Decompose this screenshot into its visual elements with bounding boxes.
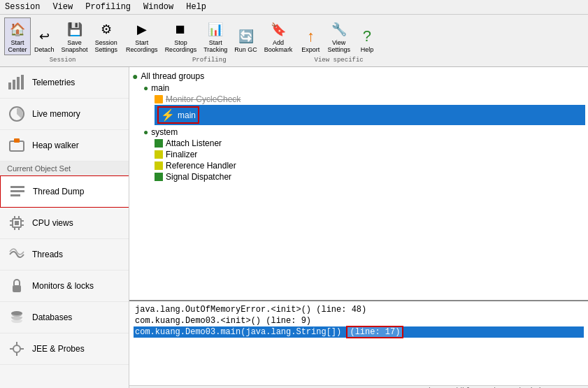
tree-item-signal-dispatcher[interactable]: Signal Dispatcher: [155, 171, 585, 182]
sq-signal: [155, 173, 163, 181]
svg-rect-3: [21, 75, 24, 89]
menu-window[interactable]: Window: [141, 1, 175, 13]
sidebar-label-threads: Threads: [32, 250, 63, 259]
add-bookmark-button[interactable]: 🔖 Add Bookmark: [261, 17, 296, 55]
menu-view[interactable]: View: [50, 1, 75, 13]
sidebar-label-jee-probes: JEE & Probes: [32, 344, 85, 354]
session-group: 🏠 Start Center ↩ Detach 💾 Save Snapshot …: [4, 17, 121, 64]
detach-button[interactable]: ↩ Detach: [31, 24, 58, 55]
stop-recordings-icon: ⏹: [171, 20, 190, 39]
sidebar-item-telemetries[interactable]: Telemetries: [0, 67, 129, 99]
sidebar-label-thread-dump: Thread Dump: [33, 187, 84, 196]
code-line-1[interactable]: java.lang.OutOfMemoryError.<init>() (lin…: [134, 304, 584, 315]
start-tracking-icon: 📊: [206, 20, 225, 39]
add-bookmark-icon: 🔖: [268, 20, 288, 39]
lightning-icon: ⚡: [161, 108, 175, 122]
sq-reference: [155, 161, 163, 170]
start-recordings-icon: ▶: [132, 20, 152, 39]
dot-monitor-cycle: [155, 95, 163, 103]
svg-rect-2: [17, 77, 20, 89]
menu-bar: Session View Profiling Window Help: [0, 0, 588, 15]
save-snapshot-button[interactable]: 💾 Save Snapshot: [58, 17, 92, 55]
threads-icon: [7, 245, 27, 264]
run-gc-icon: 🔄: [236, 27, 256, 46]
sq-attach: [155, 139, 163, 148]
folder-icon-all: ●: [132, 71, 138, 82]
view-specific-group-label: View specific: [297, 55, 380, 64]
cpu-views-icon: [7, 213, 27, 233]
folder-icon-main-group: ●: [143, 83, 148, 93]
profiling-group: ▶ Start Recordings ⏹ Stop Recordings 📊 S…: [122, 17, 296, 64]
svg-rect-0: [8, 82, 11, 89]
thread-dump-icon: [8, 182, 27, 201]
statusbar: https://blog.csdn.net/weixin_41270824: [129, 385, 588, 388]
databases-icon: [7, 308, 27, 327]
session-group-label: Session: [4, 55, 121, 64]
sidebar-label-cpu-views: CPU views: [32, 218, 73, 228]
tree-label-monitor-cycle: Monitor CycleCheck: [166, 94, 241, 104]
tree-label: All thread groups: [141, 71, 204, 81]
menu-session[interactable]: Session: [3, 1, 42, 13]
tree-item-system-group[interactable]: ● system: [143, 127, 585, 138]
sidebar-label-monitors-locks: Monitors & locks: [32, 281, 94, 291]
telemetries-icon: [7, 73, 27, 92]
start-center-icon: 🏠: [8, 20, 27, 39]
start-tracking-button[interactable]: 📊 Start Tracking: [200, 17, 231, 55]
sidebar-item-thread-dump[interactable]: Thread Dump: [0, 175, 129, 208]
tree-item-main-group[interactable]: ● main: [143, 82, 585, 94]
thread-tree-panel[interactable]: ● All thread groups ● main Monitor Cycle…: [129, 67, 588, 301]
svg-rect-8: [10, 190, 24, 192]
sidebar-item-jee-probes[interactable]: JEE & Probes: [0, 333, 129, 365]
sidebar-item-heap-walker[interactable]: Heap walker: [0, 130, 129, 161]
code-line-3-text: com.kuang.Demo03.main(java.lang.String[]…: [135, 327, 346, 337]
tree-item-attach-listener[interactable]: Attach Listener: [155, 138, 585, 149]
content-area: ● All thread groups ● main Monitor Cycle…: [129, 67, 588, 388]
view-settings-icon: 🔧: [329, 20, 349, 39]
sidebar-item-cpu-views[interactable]: CPU views: [0, 208, 129, 239]
tree-label-finalizer: Finalizer: [166, 150, 197, 159]
start-center-button[interactable]: 🏠 Start Center: [4, 17, 31, 55]
start-recordings-button[interactable]: ▶ Start Recordings: [122, 17, 162, 55]
live-memory-icon: [7, 104, 27, 124]
menu-profiling[interactable]: Profiling: [83, 1, 133, 13]
svg-rect-7: [10, 186, 24, 188]
sidebar-item-databases[interactable]: Databases: [0, 302, 129, 333]
folder-icon-system: ●: [143, 127, 148, 137]
heap-walker-icon: [7, 136, 27, 155]
svg-rect-1: [13, 80, 15, 89]
tree-label-signal: Signal Dispatcher: [166, 172, 231, 182]
sidebar-label-heap-walker: Heap walker: [32, 141, 79, 150]
tree-item-finalizer[interactable]: Finalizer: [155, 149, 585, 160]
current-object-set-label: Current Object Set: [0, 161, 129, 175]
save-snapshot-icon: 💾: [65, 20, 85, 39]
svg-rect-20: [13, 285, 21, 292]
tree-item-reference-handler[interactable]: Reference Handler: [155, 160, 585, 171]
sidebar-item-live-memory[interactable]: Live memory: [0, 99, 129, 130]
view-settings-button[interactable]: 🔧 View Settings: [324, 17, 354, 55]
menu-help[interactable]: Help: [184, 1, 208, 13]
tree-item-monitor-cycle[interactable]: Monitor CycleCheck: [155, 94, 585, 105]
svg-rect-9: [10, 194, 20, 196]
session-settings-button[interactable]: ⚙ Session Settings: [92, 17, 122, 55]
stop-recordings-button[interactable]: ⏹ Stop Recordings: [162, 17, 201, 55]
run-gc-button[interactable]: 🔄 Run GC: [231, 24, 261, 55]
svg-point-22: [13, 345, 20, 352]
code-line-3[interactable]: com.kuang.Demo03.main(java.lang.String[]…: [134, 326, 584, 338]
svg-rect-11: [15, 221, 19, 225]
tree-label-main: main: [178, 110, 196, 120]
export-button[interactable]: ↑ Export: [297, 24, 324, 55]
tree-item-main-highlighted[interactable]: ⚡ main: [155, 105, 585, 125]
code-line-2[interactable]: com.kuang.Demo03.<init>() (line: 9): [134, 315, 584, 326]
help-button[interactable]: ? Help: [354, 24, 380, 55]
toolbar: 🏠 Start Center ↩ Detach 💾 Save Snapshot …: [0, 15, 588, 67]
sidebar-label-databases: Databases: [32, 312, 72, 322]
session-settings-icon: ⚙: [96, 20, 116, 39]
profiling-group-label: Profiling: [122, 55, 296, 64]
view-specific-group: ↑ Export 🔧 View Settings ? Help View spe…: [297, 17, 380, 64]
main-area: Telemetries Live memory Heap walker Curr…: [0, 67, 588, 388]
tree-item-all-thread-groups[interactable]: ● All thread groups: [132, 70, 585, 82]
tree-label: main: [151, 83, 169, 93]
sq-finalizer: [155, 150, 163, 159]
sidebar-item-monitors-locks[interactable]: Monitors & locks: [0, 271, 129, 302]
sidebar-item-threads[interactable]: Threads: [0, 239, 129, 271]
